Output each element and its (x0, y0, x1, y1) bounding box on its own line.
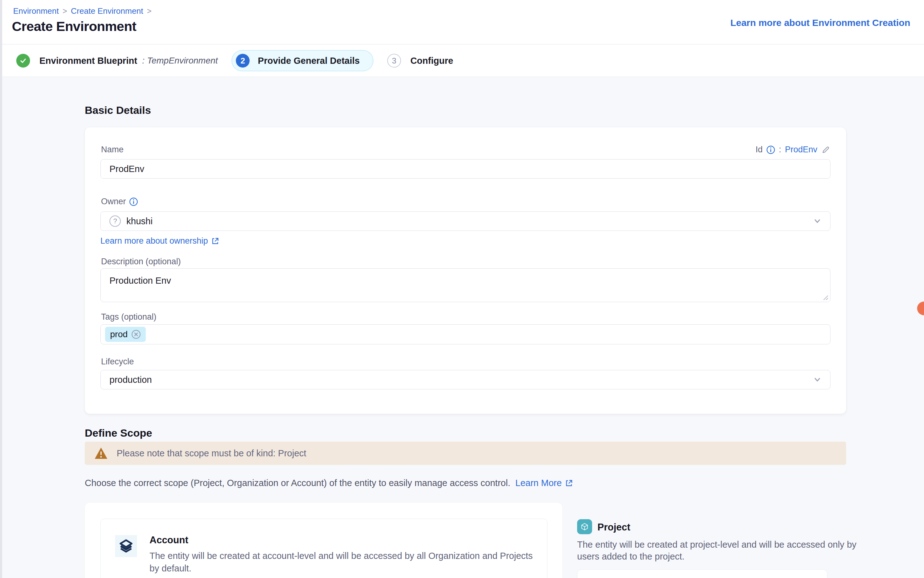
step-environment-blueprint[interactable]: Environment Blueprint : TempEnvironment (16, 54, 218, 68)
project-scope-select[interactable] (577, 569, 827, 578)
check-icon (16, 54, 30, 68)
owner-label: Owner (101, 197, 138, 206)
tags-input[interactable]: prod (101, 324, 830, 344)
entity-id-row: Id : ProdEnv (755, 145, 830, 154)
lifecycle-value: production (109, 375, 152, 385)
name-input[interactable] (101, 159, 830, 179)
step-label: Environment Blueprint (39, 56, 137, 66)
external-link-icon (211, 237, 219, 245)
id-label: Id (755, 145, 763, 154)
layers-icon (115, 535, 137, 557)
chevron-down-icon (813, 375, 822, 385)
step-number-badge: 3 (387, 54, 401, 68)
project-option-title: Project (598, 522, 630, 533)
breadcrumb-environment[interactable]: Environment (13, 6, 59, 16)
external-link-icon (565, 479, 573, 487)
step-annotation: : TempEnvironment (142, 56, 218, 66)
step-configure[interactable]: 3 Configure (387, 54, 453, 68)
link-text: Learn More (515, 478, 562, 488)
name-label: Name (101, 145, 123, 154)
warning-icon (94, 447, 108, 459)
step-number-badge: 2 (236, 54, 250, 68)
scope-options-panel: Account The entity will be created at ac… (85, 503, 562, 578)
lifecycle-select[interactable]: production (101, 370, 830, 390)
entity-id-value: ProdEnv (785, 145, 817, 154)
owner-value: khushi (127, 216, 153, 226)
step-provide-general-details[interactable]: 2 Provide General Details (231, 50, 373, 71)
info-icon[interactable] (129, 197, 138, 206)
wizard-stepper: Environment Blueprint : TempEnvironment … (0, 45, 924, 77)
chevron-down-icon (813, 216, 822, 226)
account-option-title: Account (149, 534, 188, 546)
scope-intro-text: Choose the correct scope (Project, Organ… (85, 478, 573, 488)
edit-icon[interactable] (821, 145, 830, 154)
cube-icon (577, 519, 592, 534)
project-option-description: The entity will be created at project-le… (577, 539, 859, 562)
owner-label-text: Owner (101, 197, 126, 206)
tag-chip-label: prod (110, 330, 128, 339)
owner-select[interactable]: ? khushi (101, 211, 830, 231)
step-label: Configure (410, 56, 453, 66)
page-header: Environment > Create Environment > Creat… (0, 0, 924, 44)
user-question-icon: ? (109, 216, 121, 227)
info-icon[interactable] (766, 145, 775, 154)
chevron-right-icon: > (147, 6, 152, 16)
description-textarea[interactable]: Production Env (101, 268, 830, 302)
tags-label: Tags (optional) (101, 312, 156, 322)
remove-tag-icon[interactable] (132, 330, 141, 339)
basic-details-card: Name Id : ProdEnv Owner ? khushi Learn m… (85, 127, 846, 414)
page-title: Create Environment (12, 19, 136, 34)
chevron-right-icon: > (63, 6, 67, 16)
learn-more-ownership-link[interactable]: Learn more about ownership (101, 236, 219, 246)
account-option-description: The entity will be created at account-le… (149, 550, 538, 575)
left-edge-divider (0, 0, 2, 578)
define-scope-heading: Define Scope (85, 427, 152, 439)
learn-more-scope-link[interactable]: Learn More (515, 478, 573, 488)
basic-details-heading: Basic Details (85, 104, 151, 116)
breadcrumb: Environment > Create Environment > (13, 6, 151, 16)
step-label: Provide General Details (258, 56, 360, 66)
lifecycle-label: Lifecycle (101, 357, 134, 367)
scope-intro-sentence: Choose the correct scope (Project, Organ… (85, 478, 510, 488)
warning-text: Please note that scope must be of kind: … (117, 448, 306, 458)
link-text: Learn more about ownership (101, 236, 208, 246)
scope-warning-banner: Please note that scope must be of kind: … (85, 442, 846, 465)
learn-more-environment-creation-link[interactable]: Learn more about Environment Creation (731, 18, 910, 28)
id-separator: : (779, 145, 781, 154)
tag-chip: prod (105, 327, 146, 342)
scope-option-account[interactable]: Account The entity will be created at ac… (101, 519, 547, 578)
description-label: Description (optional) (101, 257, 181, 266)
breadcrumb-create-environment[interactable]: Create Environment (71, 6, 143, 16)
feedback-widget-tab[interactable] (917, 302, 924, 315)
